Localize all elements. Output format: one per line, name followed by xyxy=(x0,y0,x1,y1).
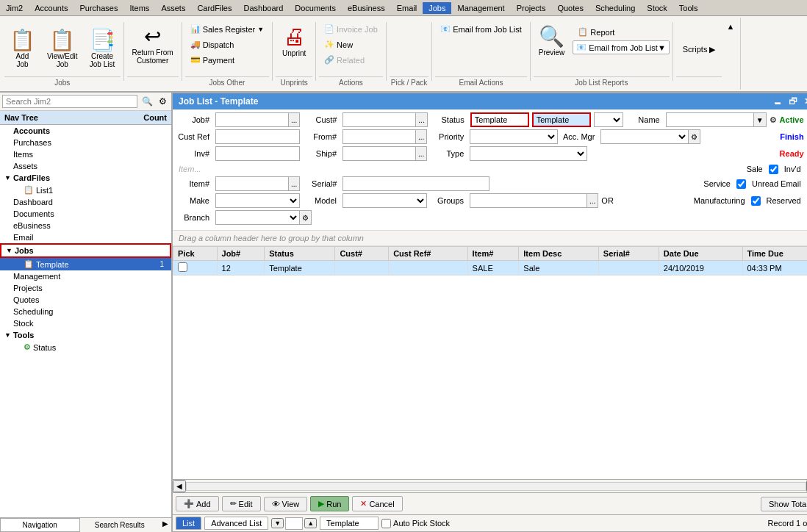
spinner-input[interactable]: 5 xyxy=(285,517,303,530)
preview-button[interactable]: 🔍 Preview xyxy=(534,22,570,59)
name-dots-button[interactable]: ▼ xyxy=(754,112,767,127)
status-input[interactable] xyxy=(470,112,529,127)
dispatch-button[interactable]: 🚚 Dispatch xyxy=(185,37,269,51)
menu-cardfiles[interactable]: CardFiles xyxy=(191,2,237,14)
col-job-num[interactable]: Job# xyxy=(217,247,265,261)
sidebar-item-template[interactable]: 📋 Template 1 xyxy=(0,258,171,270)
menu-scheduling[interactable]: Scheduling xyxy=(589,2,641,14)
branch-select[interactable] xyxy=(215,210,300,225)
sales-register-button[interactable]: 📊 Sales Register ▼ xyxy=(185,22,269,36)
menu-ebusiness[interactable]: eBusiness xyxy=(342,2,391,14)
menu-documents[interactable]: Documents xyxy=(289,2,342,14)
from-num-input[interactable] xyxy=(342,129,416,144)
menu-assets[interactable]: Assets xyxy=(155,2,191,14)
manufacturing-checkbox[interactable] xyxy=(751,196,761,206)
menu-items[interactable]: Items xyxy=(123,2,155,14)
unprint-button[interactable]: 🖨 Unprint xyxy=(276,22,312,60)
scripts-button[interactable]: Scripts ▶ xyxy=(676,41,722,58)
payment-button[interactable]: 💳 Payment xyxy=(185,53,269,67)
groups-dots-button[interactable]: ... xyxy=(587,193,598,208)
sidebar-item-ebusiness[interactable]: eBusiness xyxy=(0,220,171,231)
from-num-dots-button[interactable]: ... xyxy=(416,129,427,144)
service-checkbox[interactable] xyxy=(736,179,746,189)
email-report-dropdown[interactable]: 📧 Email from Job List ▼ xyxy=(573,40,669,54)
ship-num-dots-button[interactable]: ... xyxy=(416,146,427,161)
sidebar-item-jobs[interactable]: ▼ Jobs xyxy=(0,243,171,258)
sidebar-item-quotes[interactable]: Quotes xyxy=(0,294,171,306)
col-cust-num[interactable]: Cust# xyxy=(335,247,389,261)
sidebar-expand-button[interactable]: ▶ xyxy=(159,518,171,532)
sidebar-item-accounts[interactable]: Accounts xyxy=(0,125,171,137)
item-num-input[interactable] xyxy=(215,176,289,191)
search-input[interactable] xyxy=(2,95,137,108)
menu-dashboard[interactable]: Dashboard xyxy=(237,2,289,14)
sidebar-item-projects[interactable]: Projects xyxy=(0,282,171,294)
cancel-button[interactable]: ✕ Cancel xyxy=(352,496,402,511)
col-date-due[interactable]: Date Due xyxy=(659,247,742,261)
serial-num-input[interactable] xyxy=(342,176,489,191)
grid-scroll[interactable]: Pick Job# Status Cust# Cust Ref# Item# I… xyxy=(173,246,807,479)
sidebar-item-dashboard[interactable]: Dashboard xyxy=(0,196,171,208)
sidebar-item-assets[interactable]: Assets xyxy=(0,160,171,172)
col-time-due[interactable]: Time Due xyxy=(742,247,807,261)
sidebar-item-purchases[interactable]: Purchases xyxy=(0,137,171,148)
branch-settings-button[interactable]: ⚙ xyxy=(300,210,312,225)
item-num-dots-button[interactable]: ... xyxy=(289,176,300,191)
cust-ref-input[interactable] xyxy=(215,129,300,144)
acc-mgr-select[interactable] xyxy=(600,129,689,144)
run-button[interactable]: ▶ Run xyxy=(310,496,349,511)
edit-button[interactable]: ✏ Edit xyxy=(222,496,261,511)
view-edit-job-button[interactable]: 📋 View/EditJob xyxy=(42,19,83,76)
sidebar-item-management[interactable]: Management xyxy=(0,270,171,282)
menu-quotes[interactable]: Quotes xyxy=(551,2,589,14)
col-item-num[interactable]: Item# xyxy=(467,247,519,261)
toolbar-collapse-button[interactable]: ▲ xyxy=(723,19,737,34)
groups-input[interactable] xyxy=(470,193,587,208)
col-pick[interactable]: Pick xyxy=(173,247,218,261)
job-num-dots-button[interactable]: ... xyxy=(289,112,300,127)
search-icon[interactable]: 🔍 xyxy=(140,96,155,107)
col-status[interactable]: Status xyxy=(265,247,335,261)
col-item-desc[interactable]: Item Desc xyxy=(519,247,599,261)
name-settings-icon[interactable]: ⚙ xyxy=(770,115,777,125)
sidebar-item-cardfiles[interactable]: ▼ CardFiles xyxy=(0,172,171,184)
return-from-customer-button[interactable]: ↩ Return FromCustomer xyxy=(127,22,179,67)
sidebar-item-stock[interactable]: Stock xyxy=(0,317,171,329)
sidebar-item-scheduling[interactable]: Scheduling xyxy=(0,306,171,317)
show-total-button[interactable]: Show Total xyxy=(761,497,807,511)
table-row[interactable]: 12 Template SALE Sale 24/10/2019 04:33 P… xyxy=(173,261,808,276)
minimize-icon[interactable]: 🗕 xyxy=(771,96,784,107)
spinner-down-button[interactable]: ▼ xyxy=(271,518,284,528)
menu-tools[interactable]: Tools xyxy=(673,2,704,14)
sidebar-tab-search-results[interactable]: Search Results xyxy=(80,518,160,532)
sidebar-item-tools[interactable]: ▼ Tools xyxy=(0,329,171,341)
model-select[interactable] xyxy=(342,193,427,208)
menu-purchases[interactable]: Purchases xyxy=(73,2,123,14)
inv-num-input[interactable] xyxy=(215,146,300,161)
status-tab-advanced-list[interactable]: Advanced List xyxy=(204,517,268,530)
new-button[interactable]: ✨ New xyxy=(319,37,383,51)
sidebar-item-list1[interactable]: 📋 List1 xyxy=(0,184,171,196)
cust-num-dots-button[interactable]: ... xyxy=(416,112,427,127)
cust-num-input[interactable] xyxy=(342,112,416,127)
scroll-left-button[interactable]: ◀ xyxy=(173,480,186,492)
email-from-job-list-button[interactable]: 📧 Email from Job List xyxy=(435,22,527,36)
sale-checkbox[interactable] xyxy=(769,165,778,174)
name-input[interactable] xyxy=(666,112,754,127)
sidebar-item-email[interactable]: Email xyxy=(0,231,171,243)
type-select[interactable] xyxy=(470,146,587,161)
sidebar-item-documents[interactable]: Documents xyxy=(0,208,171,220)
menu-accounts[interactable]: Accounts xyxy=(29,2,73,14)
status-select[interactable] xyxy=(594,112,623,127)
menu-jim2[interactable]: Jim2 xyxy=(0,2,29,14)
menu-jobs[interactable]: Jobs xyxy=(423,2,451,14)
menu-management[interactable]: Management xyxy=(451,2,510,14)
priority-select[interactable] xyxy=(470,129,558,144)
job-num-input[interactable] xyxy=(215,112,289,127)
maximize-icon[interactable]: 🗗 xyxy=(786,96,800,107)
create-job-list-button[interactable]: 📑 CreateJob List xyxy=(85,19,121,76)
related-button[interactable]: 🔗 Related xyxy=(319,53,383,67)
ship-num-input[interactable] xyxy=(342,146,416,161)
add-button[interactable]: ➕ Add xyxy=(176,496,219,511)
close-icon[interactable]: ✕ xyxy=(802,96,807,107)
